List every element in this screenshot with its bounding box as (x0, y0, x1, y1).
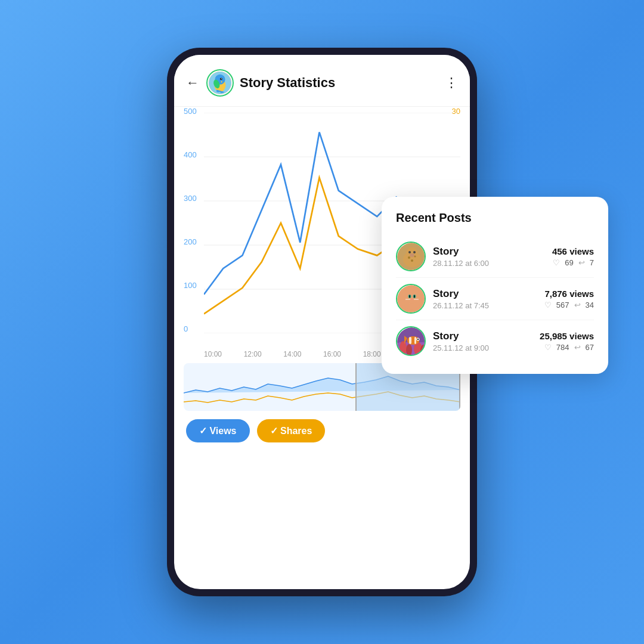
y-label-0: 0 (184, 324, 197, 333)
x-label-1400: 14:00 (283, 350, 301, 358)
post-engagement-3: ♡ 784 ↩ 67 (540, 343, 594, 352)
x-label-1600: 16:00 (323, 350, 341, 358)
post-engagement-1: ♡ 69 ↩ 7 (552, 258, 594, 267)
post-item-1[interactable]: Story 28.11.12 at 6:00 456 views ♡ 69 ↩ … (396, 236, 594, 278)
svg-point-16 (413, 251, 416, 253)
post-item-2[interactable]: Story 26.11.12 at 7:45 7,876 views ♡ 567… (396, 278, 594, 320)
svg-point-18 (408, 256, 410, 259)
post-avatar-2 (396, 284, 426, 314)
y-label-200: 200 (184, 237, 197, 246)
recent-posts-card: Recent Posts Story 28.11.12 at 6:00 4 (382, 197, 608, 374)
post-date-3: 25.11.12 at 9:00 (433, 343, 532, 352)
post-avatar-3 (396, 326, 426, 356)
svg-point-35 (400, 341, 407, 355)
svg-point-36 (406, 344, 412, 356)
post-views-1: 456 views (552, 246, 594, 256)
heart-icon-3: ♡ (544, 343, 552, 352)
post-name-1: Story (433, 246, 545, 258)
post-name-2: Story (433, 288, 537, 300)
post-info-2: Story 26.11.12 at 7:45 (433, 288, 537, 310)
shares-count-2: 34 (586, 301, 594, 309)
likes-count-2: 567 (556, 301, 569, 309)
post-stats-2: 7,876 views ♡ 567 ↩ 34 (544, 289, 594, 309)
post-date-1: 28.11.12 at 6:00 (433, 259, 545, 268)
shares-count-1: 7 (590, 258, 594, 267)
likes-count-3: 784 (556, 343, 569, 352)
shares-count-3: 67 (586, 343, 594, 352)
svg-point-44 (417, 339, 419, 340)
page-title: Story Statistics (240, 75, 445, 91)
svg-point-19 (414, 256, 416, 258)
recent-posts-title: Recent Posts (396, 211, 594, 225)
likes-count-1: 69 (565, 258, 573, 267)
share-icon-3: ↩ (574, 343, 581, 352)
post-avatar-1 (396, 242, 426, 271)
svg-point-23 (405, 290, 419, 304)
header: ← (174, 55, 470, 107)
svg-point-20 (411, 259, 413, 262)
post-stats-3: 25,985 views ♡ 784 ↩ 67 (540, 331, 594, 352)
y-axis-left: 500 400 300 200 100 0 (184, 107, 197, 333)
post-info-1: Story 28.11.12 at 6:00 (433, 246, 545, 268)
post-date-2: 26.11.12 at 7:45 (433, 301, 537, 310)
x-label-1200: 12:00 (244, 350, 262, 358)
heart-icon-2: ♡ (544, 301, 552, 309)
post-name-3: Story (433, 330, 532, 342)
toggle-buttons: ✓ Views ✓ Shares (174, 411, 470, 442)
x-label-1800: 18:00 (363, 350, 381, 358)
post-stats-1: 456 views ♡ 69 ↩ 7 (552, 246, 594, 267)
more-icon[interactable]: ⋮ (445, 75, 458, 91)
y-label-100: 100 (184, 281, 197, 290)
share-icon-1: ↩ (578, 258, 585, 267)
post-engagement-2: ♡ 567 ↩ 34 (544, 301, 594, 309)
svg-point-15 (408, 251, 411, 253)
y-label-300: 300 (184, 194, 197, 203)
y-label-500: 500 (184, 107, 197, 116)
profile-avatar (206, 69, 234, 97)
svg-point-29 (414, 295, 415, 298)
post-views-2: 7,876 views (544, 289, 594, 299)
post-views-3: 25,985 views (540, 331, 594, 341)
svg-rect-41 (409, 337, 411, 344)
svg-point-28 (409, 295, 410, 298)
shares-toggle[interactable]: ✓ Shares (257, 419, 326, 442)
y-label-400: 400 (184, 150, 197, 159)
heart-icon-1: ♡ (553, 258, 560, 267)
back-button[interactable]: ← (186, 75, 199, 91)
share-icon-2: ↩ (574, 301, 581, 309)
post-item-3[interactable]: Story 25.11.12 at 9:00 25,985 views ♡ 78… (396, 320, 594, 362)
views-toggle[interactable]: ✓ Views (186, 419, 250, 442)
svg-point-3 (220, 78, 222, 80)
svg-point-4 (221, 78, 222, 79)
post-info-3: Story 25.11.12 at 9:00 (433, 330, 532, 352)
svg-rect-42 (414, 337, 416, 344)
x-label-1000: 10:00 (204, 350, 222, 358)
svg-point-17 (410, 253, 414, 257)
